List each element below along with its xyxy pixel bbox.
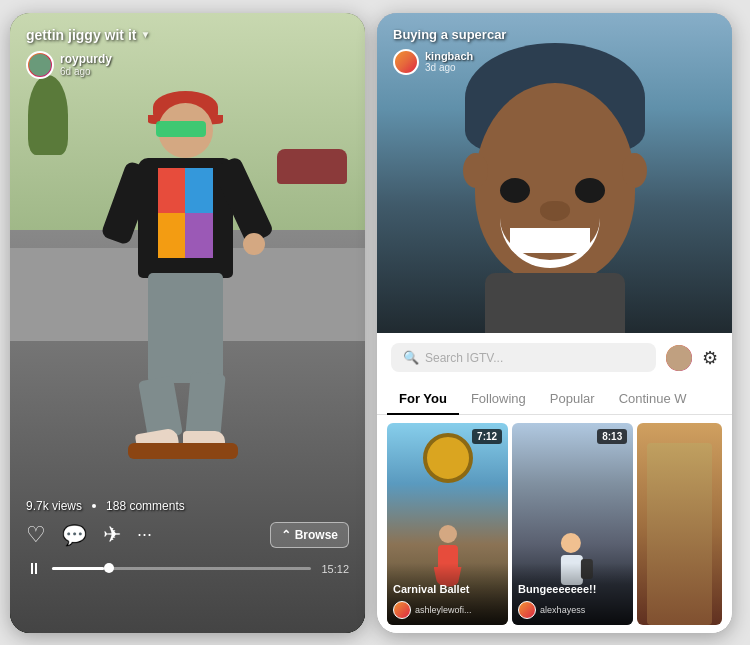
thumb-avatar-1 — [393, 601, 411, 619]
app-container: gettin jiggy wit it ▼ roypurdy 6d ago 9.… — [10, 13, 740, 633]
stats-separator — [92, 504, 96, 508]
thumb-creator-2: alexhayess — [540, 605, 585, 615]
avatar-image — [666, 345, 692, 371]
thumb-info-2: Bungeeeeeee!! alexhayess — [512, 563, 633, 624]
right-creator-name: kingbach — [425, 50, 473, 62]
browse-arrow: ⌃ — [281, 528, 291, 542]
search-input-container[interactable]: 🔍 Search IGTV... — [391, 343, 656, 372]
thumb-creator-row-1: ashleylewofi... — [393, 601, 502, 619]
progress-container: ⏸ 15:12 — [10, 560, 365, 578]
right-creator-avatar[interactable] — [393, 49, 419, 75]
video-stats: 9.7k views 188 comments — [26, 499, 185, 513]
creator-name-time: roypurdy 6d ago — [60, 52, 112, 77]
car — [277, 149, 347, 184]
face-container — [445, 43, 665, 323]
thumb-avatar-2 — [518, 601, 536, 619]
thumb-duration-1: 7:12 — [472, 429, 502, 444]
face-eye-right — [575, 178, 605, 203]
views-count: 9.7k views — [26, 499, 82, 513]
browse-button[interactable]: ⌃ Browse — [270, 522, 349, 548]
thumb-creator-row-2: alexhayess — [518, 601, 627, 619]
thumb-info-1: Carnival Ballet ashleylewofi... — [387, 563, 508, 624]
face-ear-left — [463, 153, 488, 188]
jacket-yellow — [158, 213, 185, 258]
shirt-collar — [485, 273, 625, 333]
share-icon[interactable]: ✈ — [103, 522, 121, 548]
tab-continue[interactable]: Continue W — [607, 383, 699, 414]
time-display: 15:12 — [321, 563, 349, 575]
thumb3-bg — [647, 443, 712, 625]
leg-right — [185, 371, 226, 439]
right-creator-time: 3d ago — [425, 62, 473, 73]
glasses — [156, 121, 206, 137]
creator-avatar[interactable] — [26, 51, 54, 79]
face-ear-right — [622, 153, 647, 188]
user-avatar[interactable] — [664, 343, 694, 373]
thumbnails-row: 7:12 Carnival Ballet ashleylewofi... — [377, 415, 732, 633]
igtv-section: 🔍 Search IGTV... ⚙ For You Following — [377, 333, 732, 633]
tab-for-you[interactable]: For You — [387, 383, 459, 414]
right-video-section: Buying a supercar kingbach 3d ago — [377, 13, 732, 333]
face-teeth — [510, 228, 590, 253]
face-eye-left — [500, 178, 530, 203]
comment-icon[interactable]: 💬 — [62, 523, 87, 547]
jacket-purple — [185, 213, 213, 258]
comments-count: 188 comments — [106, 499, 185, 513]
progress-indicator — [104, 563, 114, 573]
right-creator-name-time: kingbach 3d ago — [425, 50, 473, 73]
video-background: gettin jiggy wit it ▼ roypurdy 6d ago 9.… — [10, 13, 365, 633]
right-phone: Buying a supercar kingbach 3d ago 🔍 Sear… — [377, 13, 732, 633]
jacket-color-block — [158, 168, 213, 268]
right-phone-content: Buying a supercar kingbach 3d ago 🔍 Sear… — [377, 13, 732, 633]
browse-label: Browse — [295, 528, 338, 542]
search-placeholder: Search IGTV... — [425, 351, 503, 365]
hand-right — [243, 233, 265, 255]
thumbnail-1[interactable]: 7:12 Carnival Ballet ashleylewofi... — [387, 423, 508, 625]
tabs-row: For You Following Popular Continue W — [377, 383, 732, 415]
video-title: gettin jiggy wit it ▼ — [26, 27, 150, 43]
creator-name: roypurdy — [60, 52, 112, 66]
right-video-title: Buying a supercar — [393, 27, 506, 42]
creator-info: roypurdy 6d ago — [26, 51, 112, 79]
search-bar: 🔍 Search IGTV... ⚙ — [377, 333, 732, 383]
carousel-art — [423, 433, 473, 483]
search-icon: 🔍 — [403, 350, 419, 365]
thumb-title-2: Bungeeeeeee!! — [518, 583, 627, 596]
thumbnail-2[interactable]: 8:13 Bungeeeeeee!! alexhayess — [512, 423, 633, 625]
like-icon[interactable]: ♡ — [26, 522, 46, 548]
skater-person — [88, 73, 288, 493]
jacket-red — [158, 168, 185, 213]
left-phone: gettin jiggy wit it ▼ roypurdy 6d ago 9.… — [10, 13, 365, 633]
more-icon[interactable]: ··· — [137, 524, 152, 545]
thumb-creator-1: ashleylewofi... — [415, 605, 472, 615]
bm-head — [561, 533, 581, 553]
jacket-blue — [185, 168, 213, 213]
tree — [28, 75, 68, 155]
skateboard — [128, 443, 238, 459]
thumbnail-3[interactable] — [637, 423, 722, 625]
right-creator-info: kingbach 3d ago — [393, 49, 473, 75]
tab-following[interactable]: Following — [459, 383, 538, 414]
creator-time: 6d ago — [60, 66, 112, 77]
settings-icon[interactable]: ⚙ — [702, 347, 718, 369]
thumb-duration-2: 8:13 — [597, 429, 627, 444]
pants — [148, 273, 223, 383]
title-chevron: ▼ — [140, 29, 150, 40]
progress-fill — [52, 567, 104, 570]
thumb-title-1: Carnival Ballet — [393, 583, 502, 596]
progress-bar[interactable] — [52, 567, 311, 570]
dancer-head — [439, 525, 457, 543]
tab-popular[interactable]: Popular — [538, 383, 607, 414]
pause-button[interactable]: ⏸ — [26, 560, 42, 578]
action-row: ♡ 💬 ✈ ··· ⌃ Browse — [10, 522, 365, 548]
